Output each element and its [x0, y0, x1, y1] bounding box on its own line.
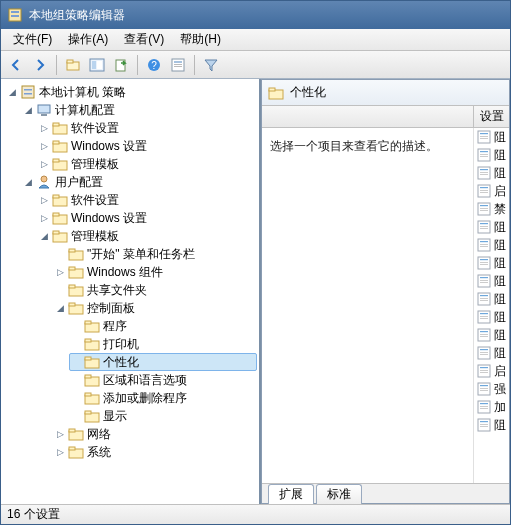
titlebar[interactable]: 本地组策略编辑器: [1, 1, 510, 29]
svg-rect-32: [53, 231, 59, 234]
folder-icon: [68, 444, 84, 460]
tree-item-wincomp[interactable]: ▷Windows 组件: [53, 263, 257, 281]
tree-item-shared[interactable]: 共享文件夹: [53, 281, 257, 299]
list-item[interactable]: 阻: [474, 128, 509, 146]
tree-item-computer_admin[interactable]: ▷管理模板: [37, 155, 257, 173]
help-button[interactable]: ?: [143, 54, 165, 76]
list-item[interactable]: 阻: [474, 146, 509, 164]
svg-rect-114: [480, 372, 488, 373]
setting-icon: [476, 219, 492, 235]
export-button[interactable]: [110, 54, 132, 76]
list-item[interactable]: 阻: [474, 344, 509, 362]
svg-rect-64: [480, 151, 488, 152]
setting-label: 阻: [494, 219, 506, 236]
tree-item-computer_software[interactable]: ▷软件设置: [37, 119, 257, 137]
svg-rect-113: [480, 370, 488, 371]
tree-pane[interactable]: ◢本地计算机 策略◢计算机配置▷软件设置▷Windows 设置▷管理模板◢用户配…: [1, 79, 261, 504]
list-item[interactable]: 启: [474, 182, 509, 200]
folder-icon: [52, 120, 68, 136]
svg-rect-122: [480, 408, 488, 409]
tree-label: 控制面板: [87, 300, 135, 317]
tree-item-computer[interactable]: ◢计算机配置: [21, 101, 257, 119]
tree-item-computer_windows[interactable]: ▷Windows 设置: [37, 137, 257, 155]
tree-item-display[interactable]: 显示: [69, 407, 257, 425]
properties-button[interactable]: [167, 54, 189, 76]
expand-icon[interactable]: ▷: [55, 447, 66, 458]
forward-button[interactable]: [29, 54, 51, 76]
expand-icon[interactable]: ▷: [39, 141, 50, 152]
tree-label: "开始" 菜单和任务栏: [87, 246, 195, 263]
collapse-icon[interactable]: ◢: [55, 303, 66, 314]
expand-icon[interactable]: ▷: [39, 159, 50, 170]
menu-action[interactable]: 操作(A): [60, 29, 116, 50]
collapse-icon[interactable]: ◢: [39, 231, 50, 242]
tree-item-startmenu[interactable]: "开始" 菜单和任务栏: [53, 245, 257, 263]
svg-rect-116: [480, 385, 488, 386]
list-item[interactable]: 启: [474, 362, 509, 380]
tree-item-region[interactable]: 区域和语言选项: [69, 371, 257, 389]
up-button[interactable]: [62, 54, 84, 76]
list-item[interactable]: 阻: [474, 218, 509, 236]
expand-icon[interactable]: ▷: [39, 213, 50, 224]
back-button[interactable]: [5, 54, 27, 76]
tree-item-cpanel[interactable]: ◢控制面板: [53, 299, 257, 317]
tree-item-system[interactable]: ▷系统: [53, 443, 257, 461]
tree-item-personalization[interactable]: 个性化: [69, 353, 257, 371]
collapse-icon[interactable]: ◢: [7, 87, 18, 98]
tree-item-user[interactable]: ◢用户配置: [21, 173, 257, 191]
tab-standard[interactable]: 标准: [316, 484, 362, 504]
filter-button[interactable]: [200, 54, 222, 76]
tab-extended[interactable]: 扩展: [268, 484, 314, 504]
window-title: 本地组策略编辑器: [29, 7, 125, 24]
show-hide-tree-button[interactable]: [86, 54, 108, 76]
folder-icon: [68, 264, 84, 280]
list-item[interactable]: 加: [474, 398, 509, 416]
settings-list[interactable]: 阻阻阻启禁阻阻阻阻阻阻阻阻启强加阻: [473, 128, 509, 483]
svg-rect-30: [53, 213, 59, 216]
setting-label: 强: [494, 381, 506, 398]
expand-icon[interactable]: ▷: [39, 195, 50, 206]
list-item[interactable]: 强: [474, 380, 509, 398]
list-item[interactable]: 阻: [474, 272, 509, 290]
column-header-settings[interactable]: 设置: [473, 106, 509, 128]
tree-item-user_software[interactable]: ▷软件设置: [37, 191, 257, 209]
content-body: 选择一个项目来查看它的描述。 阻阻阻启禁阻阻阻阻阻阻阻阻启强加阻: [262, 128, 509, 483]
svg-rect-106: [480, 336, 488, 337]
collapse-icon[interactable]: ◢: [23, 105, 34, 116]
policy-icon: [20, 84, 36, 100]
svg-rect-126: [480, 426, 488, 427]
tree-item-network[interactable]: ▷网络: [53, 425, 257, 443]
list-item[interactable]: 阻: [474, 290, 509, 308]
tree-item-root[interactable]: ◢本地计算机 策略: [5, 83, 257, 101]
setting-icon: [476, 255, 492, 271]
expand-icon[interactable]: ▷: [39, 123, 50, 134]
tree-item-programs[interactable]: 程序: [69, 317, 257, 335]
svg-rect-108: [480, 349, 488, 350]
list-item[interactable]: 阻: [474, 164, 509, 182]
list-item[interactable]: 阻: [474, 308, 509, 326]
svg-rect-2: [11, 15, 19, 17]
setting-label: 阻: [494, 309, 506, 326]
collapse-icon[interactable]: ◢: [23, 177, 34, 188]
folder-icon: [52, 192, 68, 208]
svg-rect-69: [480, 172, 488, 173]
list-item[interactable]: 禁: [474, 200, 509, 218]
svg-rect-28: [53, 195, 59, 198]
svg-rect-15: [22, 86, 34, 98]
menu-view[interactable]: 查看(V): [116, 29, 172, 50]
list-item[interactable]: 阻: [474, 254, 509, 272]
menu-file[interactable]: 文件(F): [5, 29, 60, 50]
tree-item-user_windows[interactable]: ▷Windows 设置: [37, 209, 257, 227]
svg-rect-120: [480, 403, 488, 404]
svg-rect-117: [480, 388, 488, 389]
svg-rect-82: [480, 228, 488, 229]
expand-icon[interactable]: ▷: [55, 429, 66, 440]
list-item[interactable]: 阻: [474, 326, 509, 344]
tree-item-user_admin[interactable]: ◢管理模板: [37, 227, 257, 245]
tree-item-addremove[interactable]: 添加或删除程序: [69, 389, 257, 407]
tree-item-printers[interactable]: 打印机: [69, 335, 257, 353]
list-item[interactable]: 阻: [474, 236, 509, 254]
expand-icon[interactable]: ▷: [55, 267, 66, 278]
list-item[interactable]: 阻: [474, 416, 509, 434]
menu-help[interactable]: 帮助(H): [172, 29, 229, 50]
